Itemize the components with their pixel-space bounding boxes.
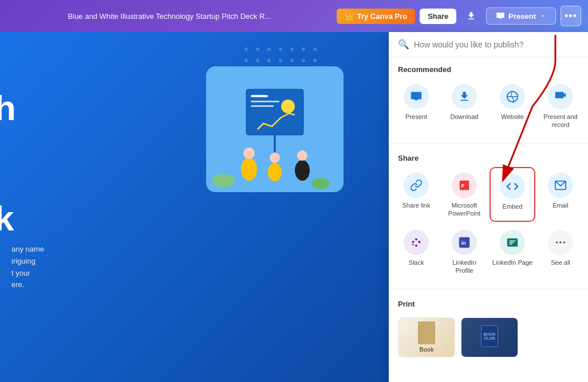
- slide-body-text: any name iriguing t your ere.: [11, 244, 44, 291]
- email-label: Email: [553, 201, 569, 209]
- linkedin-page-icon: [500, 230, 525, 255]
- more-dots-icon: •••: [565, 10, 577, 22]
- svg-rect-48: [251, 101, 279, 102]
- present-record-icon: [548, 84, 573, 109]
- present-label: Present: [405, 113, 427, 121]
- publish-dropdown: 🔍 Recommended Present Download Website: [389, 32, 588, 382]
- crown-icon: 👑: [345, 12, 354, 21]
- download-label: Download: [451, 113, 479, 121]
- linkedin-page-item[interactable]: LinkedIn Page: [490, 224, 535, 280]
- print-thumbnails: Book BOOKCLUB: [389, 313, 588, 362]
- canva-pro-button[interactable]: 👑 Try Canva Pro: [337, 9, 415, 24]
- search-icon: 🔍: [398, 39, 409, 50]
- svg-text:in: in: [461, 240, 467, 246]
- more-options-button[interactable]: •••: [561, 6, 581, 26]
- publish-search-input[interactable]: [414, 40, 579, 49]
- svg-rect-69: [419, 241, 420, 243]
- see-all-item[interactable]: See all: [538, 224, 583, 280]
- linkedin-profile-item[interactable]: in LinkedIn Profile: [441, 224, 487, 280]
- divider-1: [389, 143, 588, 144]
- share-label: Share: [428, 12, 448, 21]
- email-icon: [548, 173, 573, 198]
- website-item[interactable]: Website: [490, 78, 535, 134]
- embed-label: Embed: [503, 202, 523, 210]
- email-item[interactable]: Email: [538, 167, 583, 222]
- linkedin-page-label: LinkedIn Page: [492, 258, 532, 266]
- svg-rect-66: [415, 245, 417, 247]
- linkedin-profile-icon: in: [452, 230, 477, 255]
- print-thumb-1[interactable]: Book: [398, 317, 455, 357]
- svg-rect-49: [251, 105, 274, 107]
- share-button[interactable]: Share: [420, 9, 456, 24]
- svg-point-53: [243, 148, 255, 159]
- slide-text-h: h: [0, 89, 16, 126]
- recommended-grid: Present Download Website Present and rec…: [389, 78, 588, 141]
- embed-item[interactable]: Embed: [490, 167, 535, 222]
- powerpoint-label: Microsoft PowerPoint: [444, 201, 485, 218]
- print-section-title: Print: [389, 292, 588, 313]
- svg-point-58: [212, 174, 235, 188]
- download-icon: [452, 84, 477, 109]
- share-link-label: Share link: [402, 201, 431, 209]
- svg-rect-47: [251, 95, 268, 97]
- print-thumb-2[interactable]: BOOKCLUB: [461, 317, 518, 357]
- svg-rect-68: [412, 244, 415, 245]
- present-icon: [404, 84, 429, 109]
- svg-text:P: P: [461, 183, 465, 188]
- canva-pro-label: Try Canva Pro: [357, 12, 407, 21]
- svg-point-57: [297, 150, 307, 161]
- present-button[interactable]: Present: [486, 7, 556, 25]
- svg-point-55: [270, 153, 280, 163]
- svg-rect-65: [415, 238, 417, 241]
- see-all-label: See all: [551, 258, 570, 266]
- share-link-item[interactable]: Share link: [393, 167, 439, 222]
- slack-item[interactable]: Slack: [393, 224, 439, 280]
- header: Blue and White Illustrative Technology S…: [0, 0, 588, 32]
- svg-point-51: [281, 100, 295, 113]
- present-record-item[interactable]: Present and record: [538, 78, 583, 134]
- canvas-area: h k any name iriguing t your ere.: [0, 32, 389, 382]
- document-title: Blue and White Illustrative Technology S…: [7, 12, 332, 21]
- search-bar: 🔍: [389, 32, 588, 57]
- slide-preview: h k any name iriguing t your ere.: [0, 32, 389, 382]
- powerpoint-icon: P: [452, 173, 477, 198]
- svg-rect-64: [412, 241, 415, 243]
- share-section-title: Share: [389, 146, 588, 167]
- powerpoint-item[interactable]: P Microsoft PowerPoint: [441, 167, 487, 222]
- svg-point-78: [563, 241, 566, 244]
- slack-icon: [404, 230, 429, 255]
- slide-text-k: k: [0, 198, 14, 238]
- website-icon: [500, 84, 525, 109]
- recommended-section-title: Recommended: [389, 57, 588, 78]
- linkedin-profile-label: LinkedIn Profile: [444, 258, 485, 275]
- share-grid: Share link P Microsoft PowerPoint Embed …: [389, 167, 588, 286]
- svg-point-54: [268, 163, 282, 181]
- embed-icon: [500, 174, 525, 199]
- website-label: Website: [501, 113, 524, 121]
- present-item[interactable]: Present: [393, 78, 439, 134]
- slack-label: Slack: [409, 258, 424, 266]
- svg-point-76: [556, 241, 558, 244]
- share-link-icon: [404, 173, 429, 198]
- download-button[interactable]: [461, 6, 482, 26]
- svg-point-77: [559, 241, 562, 244]
- illustration-card: [206, 66, 344, 192]
- see-all-icon: [548, 230, 573, 255]
- svg-point-52: [241, 158, 257, 181]
- present-label: Present: [508, 12, 536, 21]
- svg-point-56: [295, 160, 310, 181]
- divider-2: [389, 289, 588, 289]
- download-item[interactable]: Download: [441, 78, 487, 134]
- present-record-label: Present and record: [540, 113, 581, 129]
- svg-point-59: [311, 178, 330, 189]
